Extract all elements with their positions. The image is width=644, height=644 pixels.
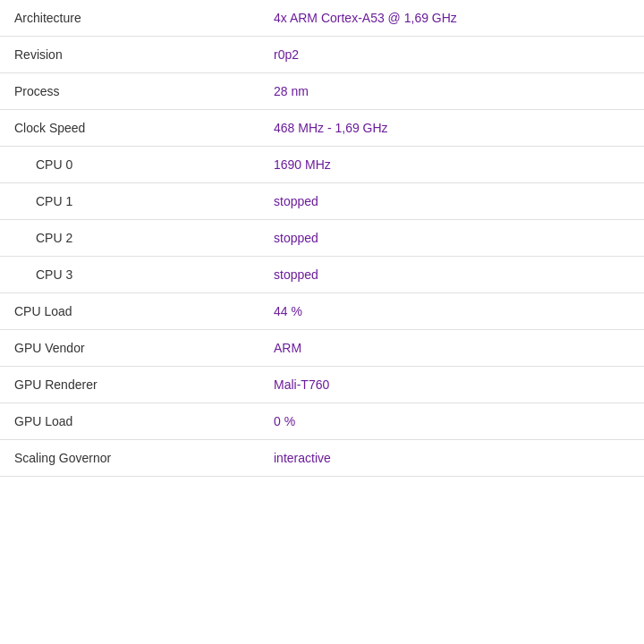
row-value: 4x ARM Cortex-A53 @ 1,69 GHz [259, 0, 644, 37]
row-value: 1690 MHz [259, 147, 644, 183]
table-row: CPU 1stopped [0, 183, 644, 220]
table-row: GPU Load0 % [0, 403, 644, 440]
row-label: Clock Speed [0, 110, 259, 147]
row-label: Scaling Governor [0, 440, 259, 477]
row-value: stopped [259, 220, 644, 257]
row-value: interactive [259, 440, 644, 477]
row-label: CPU 0 [0, 147, 259, 183]
row-value: 44 % [259, 293, 644, 330]
table-row: Clock Speed468 MHz - 1,69 GHz [0, 110, 644, 147]
row-value: 0 % [259, 403, 644, 440]
row-value: stopped [259, 257, 644, 293]
row-label: GPU Vendor [0, 330, 259, 367]
system-info-table: Architecture4x ARM Cortex-A53 @ 1,69 GHz… [0, 0, 644, 477]
row-value: ARM [259, 330, 644, 367]
row-label: CPU 3 [0, 257, 259, 293]
row-label: CPU Load [0, 293, 259, 330]
table-row: CPU 3stopped [0, 257, 644, 293]
table-row: Scaling Governorinteractive [0, 440, 644, 477]
table-row: CPU 01690 MHz [0, 147, 644, 183]
table-row: GPU RendererMali-T760 [0, 367, 644, 403]
row-label: GPU Renderer [0, 367, 259, 403]
row-label: GPU Load [0, 403, 259, 440]
table-row: Process28 nm [0, 73, 644, 110]
row-value: r0p2 [259, 37, 644, 73]
table-row: GPU VendorARM [0, 330, 644, 367]
row-value: stopped [259, 183, 644, 220]
row-value: Mali-T760 [259, 367, 644, 403]
table-row: CPU Load44 % [0, 293, 644, 330]
table-row: Architecture4x ARM Cortex-A53 @ 1,69 GHz [0, 0, 644, 37]
row-value: 28 nm [259, 73, 644, 110]
table-row: Revisionr0p2 [0, 37, 644, 73]
row-label: Revision [0, 37, 259, 73]
row-label: CPU 2 [0, 220, 259, 257]
row-value: 468 MHz - 1,69 GHz [259, 110, 644, 147]
row-label: Process [0, 73, 259, 110]
row-label: CPU 1 [0, 183, 259, 220]
table-row: CPU 2stopped [0, 220, 644, 257]
row-label: Architecture [0, 0, 259, 37]
